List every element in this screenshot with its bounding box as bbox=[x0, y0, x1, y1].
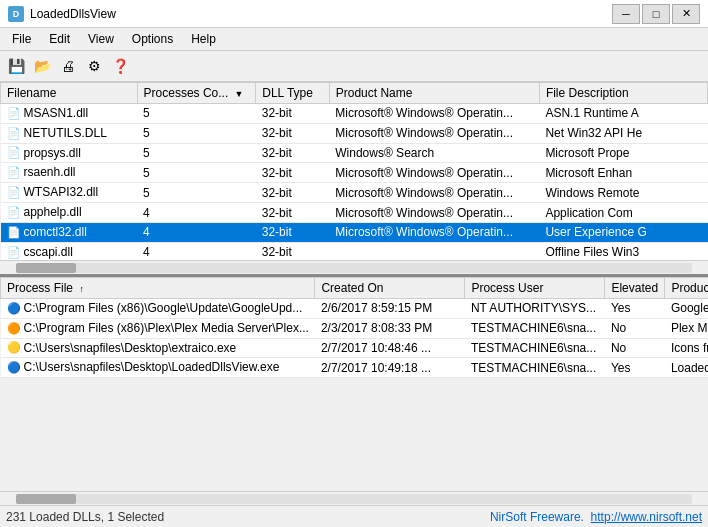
dll-icon: 📄 bbox=[7, 107, 21, 121]
window-title: LoadedDllsView bbox=[30, 7, 116, 21]
open-button[interactable]: 📂 bbox=[30, 54, 54, 78]
cell-product bbox=[329, 242, 539, 260]
cell-filename: 📄cscapi.dll bbox=[1, 242, 138, 260]
top-table-scroll[interactable]: Filename Processes Co... ▼ DLL Type Prod… bbox=[0, 82, 708, 260]
dll-icon: 📄 bbox=[7, 206, 21, 220]
top-table-container: Filename Processes Co... ▼ DLL Type Prod… bbox=[0, 82, 708, 277]
help-button[interactable]: ❓ bbox=[108, 54, 132, 78]
table-row[interactable]: 📄WTSAPI32.dll 5 32-bit Microsoft® Window… bbox=[1, 183, 708, 203]
table-row[interactable]: 🔵C:\Users\snapfiles\Desktop\LoadedDllsVi… bbox=[1, 358, 709, 378]
menu-file[interactable]: File bbox=[4, 30, 39, 48]
cell-processuser: TESTMACHINE6\sna... bbox=[465, 338, 605, 358]
cell-dlltype: 32-bit bbox=[256, 183, 330, 203]
col-header-productname[interactable]: Product Nam bbox=[665, 278, 708, 299]
col-header-filedesc[interactable]: File Description bbox=[539, 83, 707, 104]
dll-icon: 📄 bbox=[7, 166, 21, 180]
cell-elevated: Yes bbox=[605, 358, 665, 378]
col-header-elevated[interactable]: Elevated bbox=[605, 278, 665, 299]
col-header-filename[interactable]: Filename bbox=[1, 83, 138, 104]
cell-processes: 4 bbox=[137, 222, 256, 242]
bottom-scrollbar-thumb bbox=[16, 494, 76, 504]
cell-product: Microsoft® Windows® Operatin... bbox=[329, 203, 539, 223]
col-header-processes[interactable]: Processes Co... ▼ bbox=[137, 83, 256, 104]
cell-processes: 5 bbox=[137, 104, 256, 124]
dll-table: Filename Processes Co... ▼ DLL Type Prod… bbox=[0, 82, 708, 260]
cell-dlltype: 32-bit bbox=[256, 203, 330, 223]
cell-filedesc: User Experience G bbox=[539, 222, 707, 242]
table-row[interactable]: 📄apphelp.dll 4 32-bit Microsoft® Windows… bbox=[1, 203, 708, 223]
cell-filedesc: Offline Files Win3 bbox=[539, 242, 707, 260]
dll-table-body: 📄MSASN1.dll 5 32-bit Microsoft® Windows®… bbox=[1, 104, 708, 261]
table-row[interactable]: 🟠C:\Program Files (x86)\Plex\Plex Media … bbox=[1, 318, 709, 338]
cell-created: 2/7/2017 10:48:46 ... bbox=[315, 338, 465, 358]
col-header-product[interactable]: Product Name bbox=[329, 83, 539, 104]
status-bar: 231 Loaded DLLs, 1 Selected NirSoft Free… bbox=[0, 505, 708, 527]
cell-product: Microsoft® Windows® Operatin... bbox=[329, 123, 539, 143]
cell-filedesc: Microsoft Prope bbox=[539, 143, 707, 163]
table-row[interactable]: 📄propsys.dll 5 32-bit Windows® Search Mi… bbox=[1, 143, 708, 163]
cell-elevated: Yes bbox=[605, 299, 665, 319]
dll-icon: 📄 bbox=[7, 146, 21, 160]
cell-elevated: No bbox=[605, 318, 665, 338]
cell-processfile: 🟠C:\Program Files (x86)\Plex\Plex Media … bbox=[1, 318, 315, 338]
cell-dlltype: 32-bit bbox=[256, 143, 330, 163]
cell-product: Microsoft® Windows® Operatin... bbox=[329, 183, 539, 203]
menu-help[interactable]: Help bbox=[183, 30, 224, 48]
menu-edit[interactable]: Edit bbox=[41, 30, 78, 48]
app-icon: D bbox=[8, 6, 24, 22]
nirsoft-link[interactable]: http://www.nirsoft.net bbox=[591, 510, 702, 524]
print-button[interactable]: 🖨 bbox=[56, 54, 80, 78]
save-button[interactable]: 💾 bbox=[4, 54, 28, 78]
bottom-table-scroll[interactable]: Process File ↑ Created On Process User E… bbox=[0, 277, 708, 491]
window-controls: ─ □ ✕ bbox=[612, 4, 700, 24]
process-table-body: 🔵C:\Program Files (x86)\Google\Update\Go… bbox=[1, 299, 709, 378]
cell-filename: 📄MSASN1.dll bbox=[1, 104, 138, 124]
top-table-header: Filename Processes Co... ▼ DLL Type Prod… bbox=[1, 83, 708, 104]
close-button[interactable]: ✕ bbox=[672, 4, 700, 24]
cell-processfile: 🔵C:\Program Files (x86)\Google\Update\Go… bbox=[1, 299, 315, 319]
col-header-processuser[interactable]: Process User bbox=[465, 278, 605, 299]
table-row[interactable]: 📄NETUTILS.DLL 5 32-bit Microsoft® Window… bbox=[1, 123, 708, 143]
menu-options[interactable]: Options bbox=[124, 30, 181, 48]
title-bar-left: D LoadedDllsView bbox=[8, 6, 116, 22]
process-icon: 🔵 bbox=[7, 302, 21, 316]
cell-product: Microsoft® Windows® Operatin... bbox=[329, 104, 539, 124]
table-row[interactable]: 🔵C:\Program Files (x86)\Google\Update\Go… bbox=[1, 299, 709, 319]
process-table: Process File ↑ Created On Process User E… bbox=[0, 277, 708, 378]
col-header-processfile[interactable]: Process File ↑ bbox=[1, 278, 315, 299]
main-content: Filename Processes Co... ▼ DLL Type Prod… bbox=[0, 82, 708, 505]
cell-dlltype: 32-bit bbox=[256, 222, 330, 242]
cell-filename: 📄NETUTILS.DLL bbox=[1, 123, 138, 143]
properties-button[interactable]: ⚙ bbox=[82, 54, 106, 78]
cell-filedesc: Windows Remote bbox=[539, 183, 707, 203]
status-count: 231 Loaded DLLs, 1 Selected bbox=[6, 510, 164, 524]
cell-elevated: No bbox=[605, 338, 665, 358]
col-header-created[interactable]: Created On bbox=[315, 278, 465, 299]
cell-processes: 5 bbox=[137, 183, 256, 203]
cell-created: 2/6/2017 8:59:15 PM bbox=[315, 299, 465, 319]
table-row[interactable]: 📄rsaenh.dll 5 32-bit Microsoft® Windows®… bbox=[1, 163, 708, 183]
cell-processes: 5 bbox=[137, 163, 256, 183]
table-row[interactable]: 🟡C:\Users\snapfiles\Desktop\extraico.exe… bbox=[1, 338, 709, 358]
cell-processuser: TESTMACHINE6\sna... bbox=[465, 318, 605, 338]
maximize-button[interactable]: □ bbox=[642, 4, 670, 24]
menu-view[interactable]: View bbox=[80, 30, 122, 48]
cell-productname: Google Upda bbox=[665, 299, 708, 319]
cell-filename: 📄comctl32.dll bbox=[1, 222, 138, 242]
bottom-hscrollbar[interactable] bbox=[0, 491, 708, 505]
cell-dlltype: 32-bit bbox=[256, 163, 330, 183]
cell-processes: 4 bbox=[137, 203, 256, 223]
cell-product: Windows® Search bbox=[329, 143, 539, 163]
table-row[interactable]: 📄cscapi.dll 4 32-bit Offline Files Win3 bbox=[1, 242, 708, 260]
top-hscrollbar[interactable] bbox=[0, 260, 708, 274]
minimize-button[interactable]: ─ bbox=[612, 4, 640, 24]
title-bar: D LoadedDllsView ─ □ ✕ bbox=[0, 0, 708, 28]
cell-dlltype: 32-bit bbox=[256, 104, 330, 124]
cell-created: 2/7/2017 10:49:18 ... bbox=[315, 358, 465, 378]
col-header-dlltype[interactable]: DLL Type bbox=[256, 83, 330, 104]
process-icon: 🟠 bbox=[7, 322, 21, 336]
table-row[interactable]: 📄MSASN1.dll 5 32-bit Microsoft® Windows®… bbox=[1, 104, 708, 124]
table-row[interactable]: 📄comctl32.dll 4 32-bit Microsoft® Window… bbox=[1, 222, 708, 242]
status-nirsoft: NirSoft Freeware. http://www.nirsoft.net bbox=[490, 510, 702, 524]
cell-dlltype: 32-bit bbox=[256, 242, 330, 260]
